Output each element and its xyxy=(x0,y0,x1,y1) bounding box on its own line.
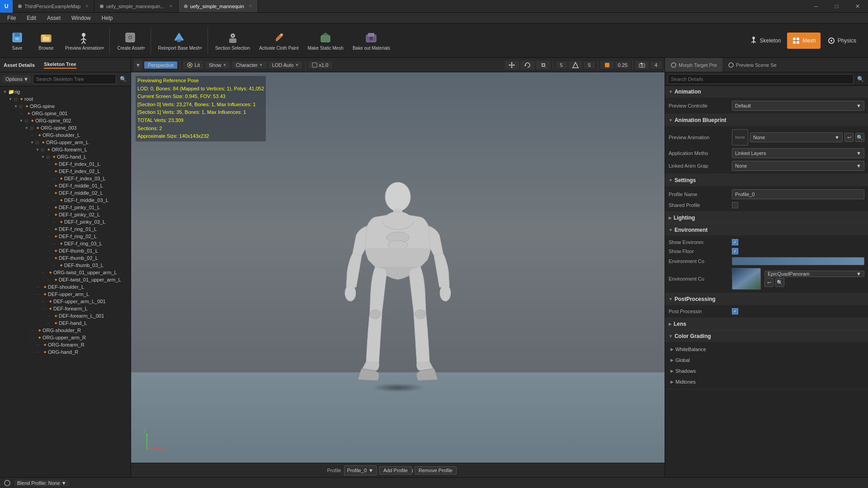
tree-item[interactable]: ─◆DEF-forearm_L xyxy=(0,305,131,312)
create-asset-button[interactable]: + Create Asset ▼ xyxy=(113,28,146,53)
lighting-section-header[interactable]: ▶ Lighting xyxy=(665,212,868,224)
preview-animation-button[interactable]: Preview Animation ▼ xyxy=(61,28,106,53)
mesh-tab-button[interactable]: Mesh xyxy=(787,33,820,49)
show-floor-checkbox[interactable]: ✓ xyxy=(732,248,738,254)
menu-asset[interactable]: Asset xyxy=(42,14,65,22)
shadows-header[interactable]: ▶ Shadows xyxy=(669,366,864,376)
midtones-header[interactable]: ▶ Midtones xyxy=(669,376,864,387)
reset-preview-animation-button[interactable]: ↩ xyxy=(844,133,854,142)
show-button[interactable]: Show ▼ xyxy=(205,61,230,69)
tree-item[interactable]: ─◆DEF-hand_L xyxy=(0,319,131,327)
physics-tab-button[interactable]: Physics xyxy=(822,33,861,49)
application-method-dropdown[interactable]: Linked Layers ▼ xyxy=(732,148,864,158)
profile-select[interactable]: Profile_0 ▼ xyxy=(344,465,377,475)
viewport-menu-button[interactable]: ▼ xyxy=(134,60,142,70)
perspective-button[interactable]: Perspective xyxy=(144,61,177,69)
opacity-value[interactable]: 0.25 xyxy=(615,61,630,69)
camera-button[interactable] xyxy=(635,61,649,69)
tab-mannequin2[interactable]: uefy_simple_mannequin ✕ xyxy=(179,0,258,12)
tree-item[interactable]: ▼⊟◆ORG-spine xyxy=(0,103,131,110)
add-profile-button[interactable]: Add Profile xyxy=(379,466,412,474)
translate-button[interactable] xyxy=(505,61,519,70)
tree-item[interactable]: ─◆DEF-thumb_02_L xyxy=(0,254,131,262)
show-environment-checkbox[interactable]: ✓ xyxy=(732,239,738,245)
close-tab-icon[interactable]: ✕ xyxy=(169,4,173,9)
tree-item[interactable]: ─◆DEF-f_index_02_L xyxy=(0,168,131,175)
preview-animation-dropdown[interactable]: None ▼ xyxy=(750,132,843,142)
tree-item[interactable]: ▼📁rig xyxy=(0,88,131,95)
reimport-base-mesh-button[interactable]: Reimport Base Mesh ▼ xyxy=(155,28,204,53)
find-preview-animation-button[interactable]: 🔍 xyxy=(855,133,864,142)
tree-item[interactable]: ─◆ORG-hand_R xyxy=(0,348,131,356)
animation-section-header[interactable]: ▼ Animation xyxy=(665,86,868,98)
skeleton-tab-button[interactable]: Skeleton xyxy=(745,33,786,49)
lens-section-header[interactable]: ▶ Lens xyxy=(665,318,868,330)
tab-mannequin1[interactable]: uefy_simple_mannequin... ✕ xyxy=(94,0,178,12)
color-grading-header[interactable]: ▼ Color Grading xyxy=(665,330,868,342)
tree-item[interactable]: ─◆DEF-shoulder_L xyxy=(0,283,131,291)
skeleton-tree-tab[interactable]: Skeleton Tree xyxy=(44,61,76,69)
tree-item[interactable]: ─◆DEF-f_ring_02_L xyxy=(0,233,131,240)
viewport-num3[interactable]: 4 xyxy=(650,61,662,69)
tree-item[interactable]: ─◆ORG-shoulder_L xyxy=(0,131,131,139)
tree-item[interactable]: ─◆DEF-thumb_03_L xyxy=(0,262,131,269)
animation-blueprint-header[interactable]: ▼ Animation Blueprint xyxy=(665,114,868,126)
menu-edit[interactable]: Edit xyxy=(22,14,41,22)
tree-item[interactable]: ─◆DEF-thumb_01_L xyxy=(0,247,131,254)
remove-profile-button[interactable]: Remove Profile xyxy=(415,466,457,474)
menu-help[interactable]: Help xyxy=(97,14,118,22)
viewport-content[interactable]: Previewing Reference Pose LOD: 0, Bones:… xyxy=(131,72,665,463)
global-header[interactable]: ▶ Global xyxy=(669,355,864,366)
zoom-button[interactable]: x1.0 xyxy=(308,61,332,69)
lod-auto-button[interactable]: LOD Auto ▼ xyxy=(269,61,303,69)
menu-window[interactable]: Window xyxy=(67,14,95,22)
cubemap-dropdown[interactable]: EpicQuadPanoram ▼ xyxy=(764,271,864,277)
make-static-mesh-button[interactable]: Make Static Mesh xyxy=(304,28,347,53)
asset-details-tab[interactable]: Asset Details xyxy=(4,62,35,68)
search-details-icon[interactable]: 🔍 xyxy=(855,74,865,84)
post-processing-header[interactable]: ▼ PostProcessing xyxy=(665,293,868,305)
shared-profile-checkbox[interactable] xyxy=(732,202,738,208)
reset-cubemap-button[interactable]: ↩ xyxy=(764,278,774,287)
close-button[interactable]: ✕ xyxy=(847,0,868,13)
preview-controller-dropdown[interactable]: Default ▼ xyxy=(732,101,864,111)
tab-map[interactable]: ThirdPersonExampleMap ✕ xyxy=(13,0,94,12)
white-balance-header[interactable]: ▶ WhiteBalance xyxy=(669,344,864,355)
environment-section-header[interactable]: ▼ Environment xyxy=(665,224,868,236)
tree-item[interactable]: ─◆DEF-f_middle_02_L xyxy=(0,189,131,197)
menu-file[interactable]: File xyxy=(3,14,20,22)
blend-profile-button[interactable]: Blend Profile: None ▼ xyxy=(14,480,69,486)
skeleton-search-input[interactable] xyxy=(33,74,116,84)
morph-target-tab[interactable]: Morph Target Pre xyxy=(665,58,722,72)
post-processing-checkbox[interactable]: ✓ xyxy=(732,308,738,314)
tree-item[interactable]: ─◆ORG-shoulder_R xyxy=(0,327,131,334)
snap-button[interactable] xyxy=(569,61,582,69)
minimize-button[interactable]: ─ xyxy=(806,0,826,13)
rotate-button[interactable] xyxy=(520,61,535,70)
tree-item[interactable]: ─◆DEF-f_ring_03_L xyxy=(0,240,131,247)
tree-item[interactable]: ─◆DEF-f_pinky_01_L xyxy=(0,204,131,211)
tree-item[interactable]: ▼⊟◆ORG-spine_003 xyxy=(0,124,131,131)
search-icon[interactable]: 🔍 xyxy=(118,74,128,84)
tree-item[interactable]: ─◆DEF-f_middle_01_L xyxy=(0,182,131,189)
tree-item[interactable]: ─◆ORG-twist_01_upper_arm_L xyxy=(0,269,131,276)
profile-name-input[interactable] xyxy=(732,189,864,199)
bake-out-materials-button[interactable]: Bake out Materials xyxy=(349,28,394,53)
tree-item[interactable]: ─◆DEF-f_pinky_03_L xyxy=(0,218,131,225)
tree-item[interactable]: ─◆ORG-forearm_R xyxy=(0,341,131,348)
maximize-button[interactable]: □ xyxy=(826,0,847,13)
lit-button[interactable]: Lit xyxy=(183,61,203,69)
tree-item[interactable]: ─◆DEF-f_index_01_L xyxy=(0,160,131,168)
preview-scene-tab[interactable]: Preview Scene Se xyxy=(722,58,782,72)
tree-item[interactable]: ─◆DEF-f_index_03_L xyxy=(0,175,131,182)
viewport-num2[interactable]: 5 xyxy=(584,61,595,69)
browse-button[interactable]: Browse xyxy=(33,28,60,53)
linked-anim-graph-dropdown[interactable]: None ▼ xyxy=(732,161,864,171)
tree-item[interactable]: ▼⊟◆ORG-upper_arm_L xyxy=(0,139,131,146)
section-selection-button[interactable]: Section Selection xyxy=(212,28,254,53)
character-button[interactable]: Character ▼ xyxy=(232,61,266,69)
tree-item[interactable]: ─◆DEF-f_middle_03_L xyxy=(0,197,131,204)
scale-button[interactable] xyxy=(536,61,551,70)
settings-section-header[interactable]: ▼ Settings xyxy=(665,174,868,186)
tree-item[interactable]: ─◆DEF-upper_arm_L_001 xyxy=(0,298,131,305)
